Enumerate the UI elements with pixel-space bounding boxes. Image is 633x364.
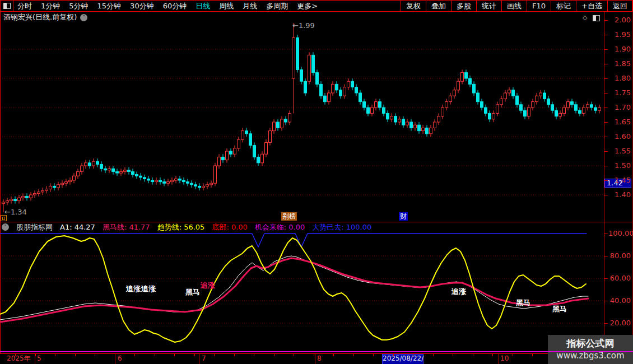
month-separator [315, 354, 315, 364]
selected-date-badge: 2025/08/22/五 [382, 354, 423, 364]
signal-label-追涨-4: 追涨 [452, 287, 466, 297]
signal-label-黑马-2: 黑马 [185, 287, 200, 297]
series-黑马线 [0, 258, 588, 322]
ind-axis-label-20.00: 20.00 [608, 319, 631, 328]
date-tick [95, 354, 95, 356]
ind-axis-tick [604, 323, 608, 324]
date-tick [353, 354, 354, 356]
date-tick [294, 354, 294, 356]
price-label-1.75: 1.75 [608, 88, 631, 97]
window-right-border [632, 0, 632, 364]
series-A1 [0, 256, 588, 320]
date-tick [433, 354, 434, 356]
layout-split-icon[interactable] [1, 1, 13, 11]
price-label-1.80: 1.80 [608, 74, 631, 83]
price-tick [604, 35, 608, 35]
price-label-2.00: 2.00 [608, 16, 631, 25]
price-label-1.40: 1.40 [608, 190, 631, 199]
date-tick [115, 354, 115, 356]
month-label-6: 6 [118, 354, 122, 363]
indicator-chart[interactable] [0, 222, 604, 351]
tool-item-画线[interactable]: 画线 [501, 1, 527, 11]
period-item-5分钟[interactable]: 5分钟 [69, 1, 88, 11]
signal-label-追涨-0: 追涨 [126, 284, 141, 294]
period-item-更多>[interactable]: 更多> [297, 1, 318, 11]
period-item-1分钟[interactable]: 1分钟 [41, 1, 60, 11]
mini-window-icon[interactable] [1, 215, 7, 221]
month-label-5: 5 [37, 354, 41, 363]
date-tick [254, 354, 254, 356]
period-item-多周期[interactable]: 多周期 [266, 1, 288, 11]
date-tick [55, 354, 55, 356]
date-tick [453, 354, 453, 356]
year-label: 2025年 [7, 354, 31, 363]
period-item-月线[interactable]: 月线 [243, 1, 257, 11]
signal-label-追涨-3: 追涨 [201, 281, 215, 291]
period-item-日线[interactable]: 日线 [196, 1, 210, 11]
candlestick-chart[interactable] [0, 11, 604, 222]
ind-axis-tick [604, 301, 608, 301]
price-tick [604, 20, 608, 21]
date-tick [35, 354, 36, 356]
price-tick [604, 49, 608, 50]
signal-label-追涨-1: 追涨 [141, 284, 156, 294]
price-label-1.70: 1.70 [608, 103, 631, 112]
top-toolbar: 分时1分钟5分钟15分钟30分钟60分钟日线周线月线多周期更多> 复权叠加多股统… [0, 0, 633, 12]
tool-item-F10[interactable]: F10 [527, 1, 551, 11]
signal-label-黑马-5: 黑马 [516, 298, 530, 308]
tool-item-复权[interactable]: 复权 [401, 1, 426, 11]
period-item-30分钟[interactable]: 30分钟 [130, 1, 154, 11]
tool-item-+自选[interactable]: +自选 [576, 1, 607, 11]
period-item-15分钟[interactable]: 15分钟 [97, 1, 122, 11]
date-tick [134, 354, 135, 356]
month-label-7: 7 [202, 354, 206, 363]
badge-财[interactable]: 财 [399, 212, 408, 221]
badge-别榜[interactable]: 别榜 [281, 212, 297, 221]
date-tick [75, 354, 76, 356]
date-tick [234, 354, 235, 356]
ind-axis-label-40.00: 40.00 [608, 296, 631, 305]
tool-item-叠加[interactable]: 叠加 [426, 1, 451, 11]
tools-menu: 复权叠加多股统计画线F10标记+自选返回 [401, 1, 632, 11]
ind-axis-label-100.00: 100.00 [608, 229, 631, 238]
date-tick [274, 354, 274, 356]
tool-item-返回[interactable]: 返回 [607, 1, 632, 11]
price-tick [604, 151, 608, 152]
date-tick [532, 354, 533, 356]
period-item-分时[interactable]: 分时 [17, 1, 32, 11]
tool-item-统计[interactable]: 统计 [476, 1, 501, 11]
price-tick [604, 64, 608, 64]
high-annotation: ←1.99 [292, 21, 315, 30]
tool-item-多股[interactable]: 多股 [451, 1, 476, 11]
date-tick [314, 354, 314, 356]
date-tick [214, 354, 215, 356]
period-item-60分钟[interactable]: 60分钟 [163, 1, 187, 11]
date-tick [492, 354, 493, 356]
tool-item-标记[interactable]: 标记 [551, 1, 576, 11]
price-tick [604, 166, 608, 166]
ind-axis-tick [604, 256, 608, 256]
date-tick [373, 354, 374, 356]
price-label-1.65: 1.65 [608, 118, 631, 127]
date-tick [174, 354, 175, 356]
low-annotation: ←1.34 [4, 208, 27, 216]
price-label-1.60: 1.60 [608, 132, 631, 141]
watermark-title: 指标公式网 [548, 337, 633, 350]
date-tick [155, 354, 155, 356]
month-label-10: 10 [500, 354, 509, 363]
price-label-1.90: 1.90 [608, 45, 631, 54]
date-tick [413, 354, 413, 356]
price-label-1.85: 1.85 [608, 59, 631, 68]
date-tick [15, 354, 16, 356]
price-tick [604, 93, 608, 94]
price-tick [604, 108, 608, 108]
ind-axis-label-60.00: 60.00 [608, 274, 631, 283]
period-item-周线[interactable]: 周线 [219, 1, 234, 11]
date-tick [393, 354, 394, 356]
date-axis[interactable]: 2025年 2025/08/22/五 567810 [0, 353, 633, 364]
date-tick [513, 354, 513, 356]
price-label-1.95: 1.95 [608, 30, 631, 39]
zero-level-line [0, 351, 633, 352]
period-menu: 分时1分钟5分钟15分钟30分钟60分钟日线周线月线多周期更多> [1, 1, 318, 11]
month-label-8: 8 [317, 354, 322, 363]
